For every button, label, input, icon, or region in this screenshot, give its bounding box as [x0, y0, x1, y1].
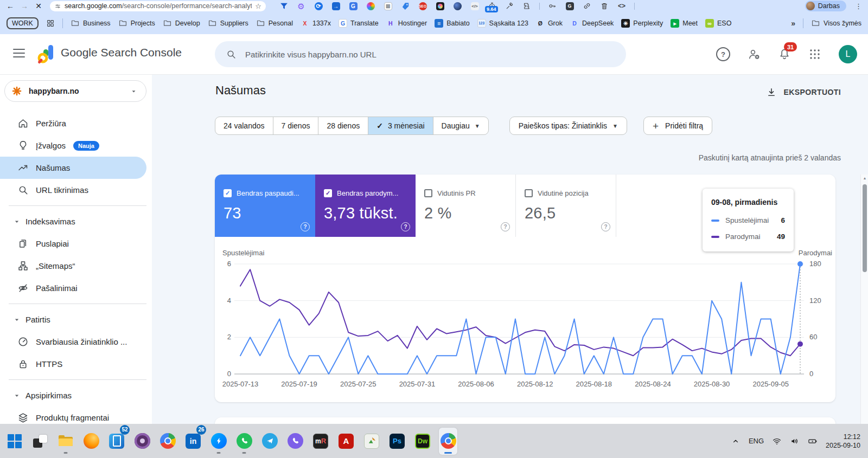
add-filter-chip[interactable]: + Pridėti filtrą: [643, 117, 712, 135]
export-button[interactable]: EKSPORTUOTI: [766, 87, 841, 98]
metric-tile-vidutinis-pr[interactable]: Vidutinis PR2 %?: [416, 175, 516, 237]
password-key-icon[interactable]: [547, 1, 557, 11]
metric-tile-vidutine-pozicija[interactable]: Vidutinė pozicija26,5?: [516, 175, 616, 237]
chrome-active[interactable]: [439, 428, 457, 455]
photoshop[interactable]: Ps: [388, 428, 406, 455]
translate-dark-icon[interactable]: G: [565, 1, 575, 11]
linkedin[interactable]: in26: [184, 428, 202, 455]
date-range-7-dienos[interactable]: 7 dienos: [273, 117, 318, 134]
task-view-button[interactable]: [31, 428, 49, 455]
bookmark-visos-zymes[interactable]: Visos žymės: [811, 18, 861, 28]
forward-icon[interactable]: →: [20, 0, 29, 12]
sidebar-section-indeksavimas[interactable]: Indeksavimas: [0, 210, 152, 233]
code-extension-icon[interactable]: </>: [470, 1, 480, 11]
tray-expand-icon[interactable]: [731, 436, 741, 446]
bookmark-1337x[interactable]: X1337x: [301, 19, 331, 28]
address-bar[interactable]: search.google.com/search-console/perform…: [50, 1, 266, 11]
stop-icon[interactable]: ✕: [34, 0, 43, 12]
tab-group-work[interactable]: WORK: [7, 17, 39, 29]
bookmark-hostinger[interactable]: HHostinger: [386, 19, 427, 28]
sidebar-item-sitemaps[interactable]: „Sitemaps“: [0, 255, 152, 277]
funnel-extension-icon[interactable]: [279, 1, 289, 11]
telegram[interactable]: [260, 428, 279, 455]
bookmarks-overflow-icon[interactable]: »: [791, 19, 795, 28]
sidebar-item-puslapiai[interactable]: Puslapiai: [0, 233, 152, 255]
help-icon[interactable]: ?: [501, 222, 510, 231]
sidebar-section-apsipirkimas[interactable]: Apsipirkimas: [0, 384, 152, 407]
bookmark-star-icon[interactable]: ☆: [255, 2, 261, 10]
bookmark-translate[interactable]: GTranslate: [339, 19, 379, 28]
link-icon[interactable]: [582, 1, 592, 11]
help-icon[interactable]: ?: [401, 222, 410, 231]
sidebar-section-patirtis[interactable]: Patirtis: [0, 308, 152, 331]
search-console-logo[interactable]: [37, 43, 56, 67]
metric-checkbox-checked[interactable]: ✓: [224, 189, 232, 197]
bookmark-saskaita-123[interactable]: 123Sąskaita 123: [477, 19, 528, 28]
search-type-chip[interactable]: Paieškos tipas: Žiniatinklis ▼: [509, 117, 627, 135]
camera-extension-icon[interactable]: [435, 1, 445, 11]
metric-checkbox-checked[interactable]: ✓: [324, 189, 332, 197]
metric-tile-bendras-paspaudi[interactable]: ✓Bendras paspaudi...73?: [215, 175, 315, 237]
bookmark-projects[interactable]: Projects: [118, 18, 155, 28]
firefox[interactable]: [82, 428, 100, 455]
metric-tile-bendras-parodym[interactable]: ✓Bendras parodym...3,73 tūkst.?: [315, 175, 416, 237]
viber[interactable]: [286, 428, 304, 455]
back-icon[interactable]: ←: [5, 0, 15, 12]
whatsapp[interactable]: [235, 428, 253, 455]
clock[interactable]: 12:12 2025-09-10: [826, 433, 860, 450]
gear-extension-icon[interactable]: ⚙: [296, 1, 306, 11]
volume-icon[interactable]: [790, 436, 800, 446]
battery-icon[interactable]: [808, 436, 818, 446]
tag-extension-icon[interactable]: [400, 1, 410, 11]
google-apps-button[interactable]: [808, 48, 821, 61]
bookmark-develop[interactable]: Develop: [163, 18, 200, 28]
notifications-button[interactable]: 31: [778, 48, 791, 61]
eyedropper-extension-icon[interactable]: [505, 1, 514, 11]
url-inspect-search[interactable]: Patikrinkite visus happybarn.no URL: [215, 41, 626, 67]
color-wheel-extension-icon[interactable]: [366, 1, 375, 11]
sidebar-item-url-tikrinimas[interactable]: URL tikrinimas: [0, 179, 152, 201]
browser-menu-icon[interactable]: ⋮: [855, 2, 863, 10]
bookmark-pesonal[interactable]: Pesonal: [256, 18, 293, 28]
help-icon[interactable]: ?: [601, 222, 610, 231]
help-icon[interactable]: ?: [301, 222, 310, 231]
bookmark-suppliers[interactable]: Suppliers: [208, 18, 248, 28]
sidebar-item-pasalinimai[interactable]: Pašalinimai: [0, 277, 152, 299]
site-settings-icon[interactable]: [54, 3, 61, 10]
browser-profile-button[interactable]: Darbas: [805, 1, 846, 11]
start-button[interactable]: [5, 428, 24, 455]
sidebar-item-perziura[interactable]: Peržiūra: [0, 112, 152, 134]
tor-browser[interactable]: [133, 428, 151, 455]
bookmark-babiato[interactable]: ≡Babiato: [435, 19, 469, 28]
scrollbar[interactable]: ▲: [860, 175, 868, 424]
wifi-icon[interactable]: [772, 436, 782, 446]
trash-icon[interactable]: [599, 1, 609, 11]
sidebar-item-svarbiausia-ziniatinklio[interactable]: Svarbiausia žiniatinklio ...: [0, 331, 152, 353]
scroll-up-arrow[interactable]: ▲: [861, 176, 868, 180]
sidebar-item-izvalgos[interactable]: ĮžvalgosNauja: [0, 134, 152, 157]
refresh-extension-icon[interactable]: ⟳: [314, 1, 323, 11]
bookmark-grok[interactable]: ØGrok: [536, 19, 563, 28]
dreamweaver[interactable]: Dw: [413, 428, 432, 455]
property-selector[interactable]: happybarn.no: [4, 80, 146, 102]
mirc[interactable]: mR: [311, 428, 330, 455]
language-indicator[interactable]: ENG: [749, 437, 764, 445]
bookmark-business[interactable]: Business: [71, 18, 111, 28]
sidebar-item-nasumas[interactable]: Našumas: [0, 157, 146, 179]
bookmark-perplexity[interactable]: ✳Perplexity: [621, 19, 663, 28]
metric-checkbox-unchecked[interactable]: [525, 189, 533, 197]
bookmark-eso[interactable]: ∞ESO: [705, 19, 731, 28]
stopwatch-extension-icon[interactable]: 9.64: [487, 1, 497, 11]
menu-hamburger-icon[interactable]: [13, 49, 25, 57]
sphere-extension-icon[interactable]: [452, 1, 462, 11]
date-range-24-valandos[interactable]: 24 valandos: [215, 117, 273, 134]
performance-chart[interactable]: SpustelėjimaiParodymai00260412061802025-…: [215, 247, 835, 402]
phone-link[interactable]: 52: [107, 428, 126, 455]
notes-extension-icon[interactable]: ▤: [383, 1, 393, 11]
export-extension-icon[interactable]: →: [331, 1, 341, 11]
code-angle-icon[interactable]: <>: [617, 1, 627, 11]
messenger[interactable]: [209, 428, 228, 455]
bookmark-meet[interactable]: ▸Meet: [671, 19, 698, 28]
chrome[interactable]: [158, 428, 177, 455]
acrobat[interactable]: A: [337, 428, 355, 455]
